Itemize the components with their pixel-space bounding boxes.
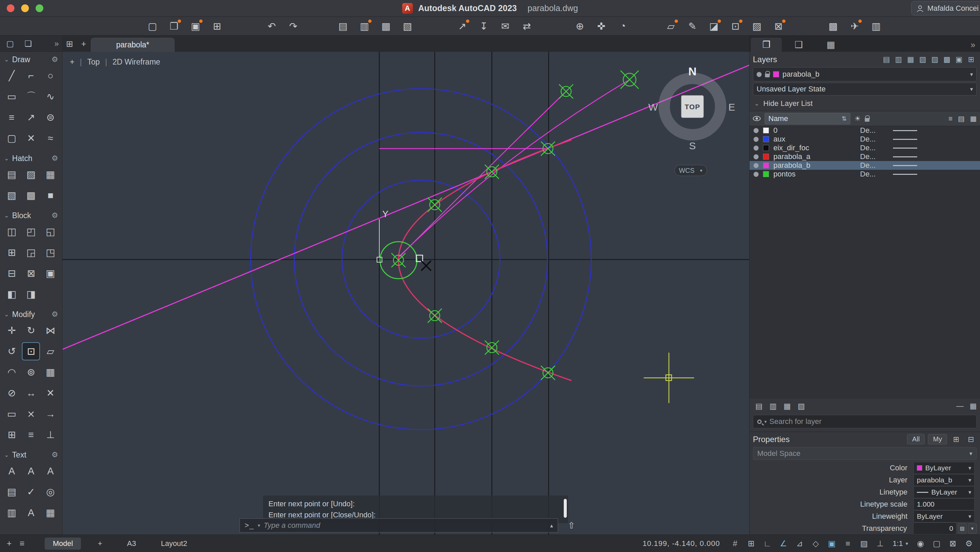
property-value-color[interactable]: ByLayer▾ xyxy=(913,462,975,474)
viewcube-south[interactable]: S xyxy=(689,140,696,151)
polyline-tool[interactable]: ⌐ xyxy=(22,67,39,84)
ray-tool[interactable]: ↗ xyxy=(22,109,39,126)
section-header-block[interactable]: ⌄Block⚙ xyxy=(0,208,62,223)
point-marker[interactable] xyxy=(559,85,573,99)
point-marker[interactable] xyxy=(391,253,406,267)
property-input-transparency[interactable] xyxy=(916,525,953,533)
point-marker[interactable] xyxy=(485,165,499,179)
section-header-modify[interactable]: ⌄Modify⚙ xyxy=(0,306,62,322)
section-header-text[interactable]: ⌄Text⚙ xyxy=(0,447,62,463)
viewcube[interactable]: N W E S TOP xyxy=(648,65,735,151)
redo-icon[interactable]: ↷ xyxy=(285,19,301,34)
mirror-tool[interactable]: ⋈ xyxy=(42,322,59,339)
layer-isolate-icon[interactable]: ▦ xyxy=(905,54,916,65)
user-account[interactable]: Mafalda Concei xyxy=(911,1,980,16)
pin-panel-icon[interactable]: ⊟ xyxy=(965,434,977,445)
solid-fill-tool[interactable]: ■ xyxy=(42,187,59,204)
view-options-icon[interactable]: ▦ xyxy=(970,402,977,410)
export-pdf-icon[interactable]: ↧ xyxy=(476,19,492,34)
layer-color-swatch[interactable] xyxy=(763,163,769,168)
gear-icon[interactable]: ⚙ xyxy=(51,154,58,163)
count-icon[interactable]: ⊡ xyxy=(727,19,743,34)
export-dwf-icon[interactable]: ↗ xyxy=(454,19,470,34)
gear-icon[interactable]: ⚙ xyxy=(51,450,58,459)
single-line-text-tool[interactable]: A xyxy=(22,463,39,479)
extend-tool[interactable]: ▭ xyxy=(3,405,20,422)
undo-icon[interactable]: ↶ xyxy=(264,19,280,34)
visibility-column-icon[interactable] xyxy=(753,116,760,121)
transparency-caret-button[interactable]: ▾ xyxy=(968,523,977,533)
rectangle-tool[interactable]: ▭ xyxy=(3,88,20,105)
save-icon[interactable]: ▣ xyxy=(188,19,204,34)
spell-check-tool[interactable]: ✓ xyxy=(22,483,39,500)
point-marker[interactable] xyxy=(541,142,555,156)
gear-icon[interactable]: ⚙ xyxy=(51,55,58,64)
section-header-hatch[interactable]: ⌄Hatch⚙ xyxy=(0,151,62,166)
layer-status-icon[interactable] xyxy=(754,163,759,168)
isometric-drafting-icon[interactable]: ⊿ xyxy=(792,537,807,550)
zoom-window-button[interactable] xyxy=(36,4,43,12)
property-value-linetype-scale[interactable] xyxy=(913,498,975,510)
menu-icon[interactable]: ≡ xyxy=(20,539,25,548)
pan-icon[interactable]: ✜ xyxy=(593,19,609,34)
layer-color-swatch[interactable] xyxy=(763,136,769,142)
page-setup-icon[interactable]: ▦ xyxy=(378,19,394,34)
workspace-icon[interactable]: ▢ xyxy=(930,537,944,550)
layer-filter-icon[interactable]: ▧ xyxy=(795,400,807,412)
annotation-monitor-icon[interactable]: ◉ xyxy=(913,537,928,550)
layer-row-0[interactable]: 0De... xyxy=(749,126,980,135)
orbit-icon[interactable]: ◔ xyxy=(615,19,631,34)
layer-row-pontos[interactable]: pontosDe... xyxy=(749,170,980,179)
polar-tracking-icon[interactable]: ∠ xyxy=(776,537,791,550)
new-layer-state-icon[interactable]: ▥ xyxy=(767,400,779,412)
layer-group-icon[interactable]: ▦ xyxy=(781,400,793,412)
multiline-text-tool[interactable]: A xyxy=(3,463,20,479)
insert-view-icon[interactable]: ⊠ xyxy=(770,19,786,34)
object-snap-icon[interactable]: ▣ xyxy=(825,537,839,550)
transparency-display-icon[interactable]: ▨ xyxy=(857,537,871,550)
insert-block-tool[interactable]: ◫ xyxy=(3,223,20,240)
command-options-caret-icon[interactable]: ▾ xyxy=(258,522,260,528)
revision-cloud-tool[interactable]: ≈ xyxy=(42,130,59,147)
share-view-icon[interactable]: ⇄ xyxy=(519,19,535,34)
edit-text-tool[interactable]: A xyxy=(42,463,59,479)
sync-attributes-tool[interactable]: ⊠ xyxy=(22,265,39,282)
stretch-tool[interactable]: ↔ xyxy=(22,384,39,401)
lock-column-icon[interactable] xyxy=(865,118,869,122)
palette-overflow-icon[interactable]: » xyxy=(970,40,978,52)
property-value-lineweight[interactable]: ByLayer▾ xyxy=(913,510,975,522)
point-marker[interactable] xyxy=(541,366,555,380)
fillet-tool[interactable]: ◠ xyxy=(3,364,20,381)
tab-overview-icon[interactable]: ⊞ xyxy=(62,37,76,50)
close-window-button[interactable] xyxy=(7,4,14,12)
new-layer-icon[interactable]: ▤ xyxy=(753,400,765,412)
layer-off-icon[interactable]: ▥ xyxy=(893,54,904,65)
text-style-tool[interactable]: ▥ xyxy=(3,504,20,521)
manage-attributes-tool[interactable]: ⊟ xyxy=(3,265,20,282)
print-icon[interactable]: ▤ xyxy=(335,19,351,34)
layer-row-aux[interactable]: auxDe... xyxy=(749,135,980,144)
minimize-window-button[interactable] xyxy=(21,4,29,12)
scale-tool[interactable]: ▱ xyxy=(42,343,59,360)
viewport-plus-control[interactable]: + xyxy=(70,57,74,67)
layer-properties-icon[interactable]: ▤ xyxy=(881,54,892,65)
write-block-tool[interactable]: ⊞ xyxy=(3,244,20,261)
layer-row-eix_dir_foc[interactable]: eix_dir_focDe... xyxy=(749,144,980,152)
construction-curve-2[interactable] xyxy=(399,91,566,257)
etransmit-icon[interactable]: ✉ xyxy=(497,19,513,34)
model-space-canvas[interactable]: Y N W E S T xyxy=(62,52,749,534)
move-tool[interactable]: ✛ xyxy=(3,322,20,339)
break-tool[interactable]: ⨯ xyxy=(22,405,39,422)
trim-tool[interactable]: ⊡ xyxy=(22,343,39,360)
linetype-column-icon[interactable]: ≡ xyxy=(948,115,953,123)
add-tool-icon[interactable]: + xyxy=(7,539,12,548)
open-icon[interactable]: ❐ xyxy=(166,19,182,34)
layer-status-icon[interactable] xyxy=(754,172,759,177)
construction-line-tool[interactable]: ≡ xyxy=(3,109,20,126)
layer-status-icon[interactable] xyxy=(754,145,759,151)
copy-tool[interactable]: ↻ xyxy=(22,322,39,339)
snap-mode-icon[interactable]: ⊞ xyxy=(744,537,758,550)
boundary-tool[interactable]: ▩ xyxy=(22,187,39,204)
circle-tool[interactable]: ○ xyxy=(42,67,59,84)
viewport-view-control[interactable]: Top xyxy=(88,57,100,67)
